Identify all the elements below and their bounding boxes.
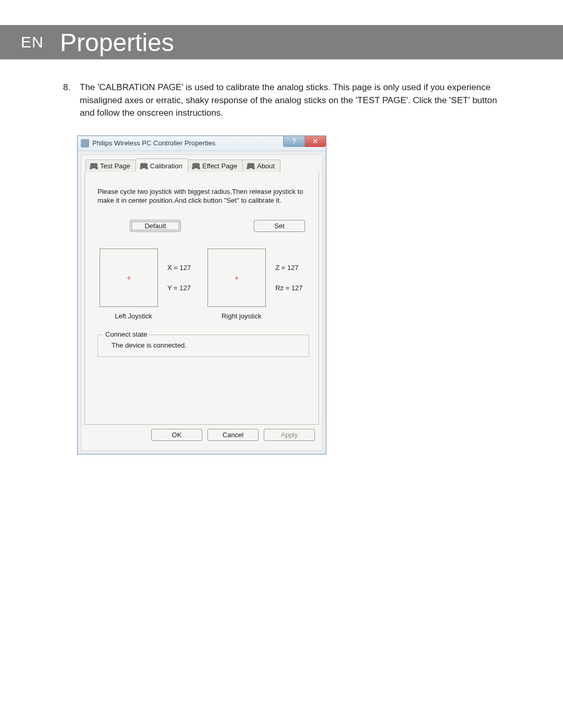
- left-joystick-label: Left Joystick: [100, 312, 167, 320]
- tab-test-page[interactable]: Test Page: [85, 159, 136, 172]
- apply-button[interactable]: Apply: [264, 429, 315, 441]
- app-icon: [81, 139, 89, 147]
- crosshair-icon: +: [234, 275, 240, 281]
- tab-about[interactable]: About: [242, 159, 280, 172]
- properties-dialog: Philips Wireless PC Controller Propertie…: [77, 135, 326, 454]
- close-button[interactable]: ✕: [304, 136, 326, 147]
- page-header: EN Properties: [0, 25, 563, 59]
- body-text: 8. The 'CALBRATION PAGE' is used to cali…: [60, 81, 513, 120]
- default-button[interactable]: Default: [130, 220, 181, 232]
- help-button[interactable]: ?: [283, 136, 304, 147]
- tab-label: About: [257, 162, 275, 170]
- tab-label: Test Page: [100, 162, 130, 170]
- left-y-value: Y = 127: [167, 284, 191, 292]
- left-x-value: X = 127: [167, 264, 191, 272]
- dialog-footer-buttons: OK Cancel Apply: [84, 425, 319, 445]
- page-title: Properties: [60, 28, 174, 57]
- language-badge: EN: [21, 33, 44, 51]
- titlebar-buttons: ? ✕: [283, 136, 326, 147]
- connect-state-fieldset: Connect state The device is connected.: [97, 335, 309, 357]
- controller-icon: [247, 163, 254, 168]
- calibration-instructions: Please cycle two joystick with biggest r…: [97, 188, 309, 205]
- ok-button[interactable]: OK: [151, 429, 202, 441]
- controller-icon: [90, 163, 97, 168]
- right-joystick-label: Right joystick: [207, 312, 275, 320]
- connect-state-legend: Connect state: [103, 330, 149, 338]
- list-number: 8.: [63, 81, 70, 94]
- right-rz-value: Rz = 127: [275, 284, 302, 292]
- right-joystick-area: +: [207, 249, 266, 307]
- tab-effect-page[interactable]: Effect Page: [188, 159, 243, 172]
- tab-calibration[interactable]: Calibration: [136, 158, 188, 172]
- dialog-body: Test Page Calibration Effect Page About …: [81, 154, 323, 451]
- connect-state-text: The device is connected.: [105, 341, 301, 349]
- calibration-panel: Please cycle two joystick with biggest r…: [84, 172, 319, 425]
- titlebar-title: Philips Wireless PC Controller Propertie…: [92, 139, 215, 147]
- crosshair-icon: +: [126, 275, 132, 281]
- instruction-text: The 'CALBRATION PAGE' is used to calibra…: [80, 82, 497, 118]
- cancel-button[interactable]: Cancel: [207, 429, 259, 441]
- right-z-value: Z = 127: [275, 264, 302, 272]
- controller-icon: [192, 163, 200, 168]
- controller-icon: [140, 163, 148, 168]
- tab-label: Calibration: [150, 162, 182, 170]
- titlebar: Philips Wireless PC Controller Propertie…: [78, 136, 326, 151]
- tabstrip: Test Page Calibration Effect Page About: [84, 158, 319, 172]
- left-joystick-area: +: [100, 249, 158, 307]
- set-button[interactable]: Set: [254, 220, 305, 232]
- tab-label: Effect Page: [202, 162, 237, 170]
- instruction-list-item: 8. The 'CALBRATION PAGE' is used to cali…: [60, 81, 513, 120]
